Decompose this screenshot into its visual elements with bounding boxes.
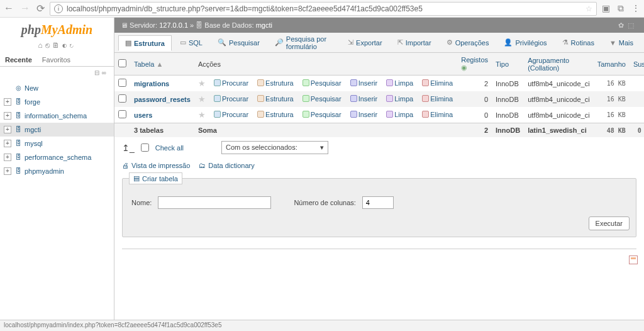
favorite-star-icon[interactable]: ★	[198, 94, 206, 104]
table-name-link[interactable]: password_resets	[134, 96, 191, 103]
structure-action[interactable]: Estrutura	[257, 79, 294, 87]
drop-action[interactable]: Elimina	[422, 79, 453, 87]
tab-rotinas[interactable]: ⚗Rotinas	[555, 35, 601, 50]
expand-icon[interactable]: +	[4, 140, 11, 147]
drop-action-icon	[422, 111, 429, 118]
checkall-label[interactable]: Check all	[155, 144, 184, 152]
tree-item-information_schema[interactable]: +🗄information_schema	[0, 109, 114, 123]
link-icon[interactable]: ∞	[102, 69, 109, 76]
tab-estrutura[interactable]: ▤Estrutura	[118, 35, 172, 51]
ext-icon-2[interactable]: ⧉	[618, 3, 624, 14]
tab-pesquisar[interactable]: 🔍Pesquisar	[211, 35, 267, 50]
info-icon[interactable]: i	[54, 4, 63, 13]
drop-action-icon	[422, 95, 429, 102]
tab-exportar[interactable]: ⇲Exportar	[341, 35, 389, 50]
table-name-link[interactable]: migrations	[134, 80, 169, 87]
expand-icon[interactable]: +	[4, 112, 11, 120]
expand-icon[interactable]: +	[4, 98, 11, 106]
search-action[interactable]: Pesquisar	[303, 79, 341, 87]
table-name-link[interactable]: users	[134, 111, 152, 119]
row-records: 0	[457, 107, 492, 123]
tab-pesquisa-por-formulário[interactable]: 🔎Pesquisa por formulário	[268, 31, 340, 54]
tab-operações[interactable]: ⚙Operações	[440, 35, 496, 50]
tab-privilégios[interactable]: 👤Privilégios	[497, 35, 553, 50]
checkbox-all[interactable]	[118, 59, 126, 67]
sidebar-tab-recent[interactable]: Recente	[0, 53, 37, 66]
back-icon[interactable]: ←	[4, 3, 14, 14]
tab-mais[interactable]: ▼Mais	[602, 35, 640, 50]
col-table[interactable]: Tabela ▲	[130, 53, 194, 76]
browse-action[interactable]: Procurar	[214, 95, 248, 103]
expand-icon[interactable]: +	[4, 167, 11, 175]
tree-item-forge[interactable]: +🗄forge	[0, 95, 114, 109]
calendar-icon[interactable]	[629, 255, 638, 264]
expand-icon[interactable]: +	[4, 126, 11, 133]
home-icon[interactable]: ⌂	[38, 41, 45, 50]
new-icon: ◎	[14, 82, 23, 94]
forward-icon[interactable]: →	[20, 3, 30, 14]
row-size: 16 KB	[594, 76, 630, 92]
tab-importar[interactable]: ⇱Importar	[391, 35, 438, 50]
logout-icon[interactable]: ⎋	[45, 41, 52, 50]
ext-icon-1[interactable]: ▣	[602, 3, 610, 14]
insert-action[interactable]: Inserir	[350, 95, 378, 103]
row-checkbox[interactable]	[118, 94, 126, 103]
data-dictionary-link[interactable]: 🗂Data dictionary	[199, 162, 254, 169]
row-checkbox[interactable]	[118, 110, 126, 118]
favorite-star-icon[interactable]: ★	[198, 79, 206, 88]
tab-icon: ⇱	[397, 38, 403, 47]
tab-icon: 🔎	[275, 38, 284, 47]
browse-action[interactable]: Procurar	[214, 79, 248, 87]
row-checkbox[interactable]	[118, 79, 126, 87]
insert-action-icon	[350, 95, 357, 102]
browse-action[interactable]: Procurar	[214, 111, 248, 118]
table-add-icon: ▤	[133, 174, 140, 182]
logo[interactable]: phpMyAdmin	[0, 18, 114, 40]
table-cols-input[interactable]	[362, 196, 394, 209]
col-type[interactable]: Tipo	[492, 53, 524, 76]
table-name-input[interactable]	[158, 196, 271, 209]
insert-action[interactable]: Inserir	[350, 79, 378, 87]
empty-action[interactable]: Limpa	[386, 111, 413, 118]
expand-icon[interactable]: +	[4, 154, 11, 161]
collapse-icon[interactable]: ⊟	[94, 69, 102, 76]
chevron-down-icon: ▾	[320, 143, 324, 152]
drop-action[interactable]: Elimina	[422, 111, 453, 118]
col-overhead[interactable]: Suspenso	[630, 53, 644, 76]
settings-gear-icon[interactable]: ✿	[618, 21, 628, 29]
col-size[interactable]: Tamanho	[594, 53, 630, 76]
drop-action[interactable]: Elimina	[422, 95, 453, 103]
favorite-star-icon[interactable]: ★	[198, 110, 206, 120]
execute-button[interactable]: Executar	[589, 216, 630, 230]
empty-action[interactable]: Limpa	[386, 79, 413, 87]
checkbox-checkall[interactable]	[141, 143, 149, 152]
reload-sidebar-icon[interactable]: ↻	[69, 41, 76, 50]
menu-icon[interactable]: ⋮	[631, 3, 640, 14]
search-action[interactable]: Pesquisar	[303, 95, 341, 103]
tab-sql[interactable]: ▭SQL	[173, 35, 209, 50]
tab-icon: ⇲	[348, 38, 353, 47]
tree-item-mgcti[interactable]: +🗄mgcti	[0, 123, 114, 137]
panel-toggle-icon[interactable]: ⬚	[628, 21, 638, 29]
adjust-icon[interactable]: ◐	[62, 41, 69, 50]
insert-action[interactable]: Inserir	[350, 111, 378, 118]
search-action[interactable]: Pesquisar	[303, 111, 341, 118]
col-rows[interactable]: Registos ◉	[457, 53, 492, 76]
empty-action[interactable]: Limpa	[386, 95, 413, 103]
reload-icon[interactable]: ⟳	[36, 3, 45, 14]
tree-item-New[interactable]: ◎New	[0, 81, 114, 95]
with-selected-dropdown[interactable]: Com os seleccionados:▾	[221, 141, 328, 154]
print-view-link[interactable]: 🖨Vista de impressão	[122, 162, 190, 169]
row-type: InnoDB	[492, 76, 524, 92]
doc-icon[interactable]: 🗎	[52, 41, 62, 50]
structure-action[interactable]: Estrutura	[257, 111, 294, 118]
bookmark-star-icon[interactable]: ☆	[586, 4, 592, 13]
tree-item-mysql[interactable]: +🗄mysql	[0, 137, 114, 150]
structure-action[interactable]: Estrutura	[257, 95, 294, 103]
col-collation[interactable]: Agrupamento (Collation)	[524, 53, 593, 76]
sidebar-tab-favorites[interactable]: Favoritos	[37, 53, 75, 66]
url-input[interactable]: i localhost/phpmyadmin/db_structure.php?…	[50, 2, 597, 16]
tree-item-phpmyadmin[interactable]: +🗄phpmyadmin	[0, 164, 114, 178]
row-type: InnoDB	[492, 107, 524, 123]
tree-item-performance_schema[interactable]: +🗄performance_schema	[0, 150, 114, 164]
